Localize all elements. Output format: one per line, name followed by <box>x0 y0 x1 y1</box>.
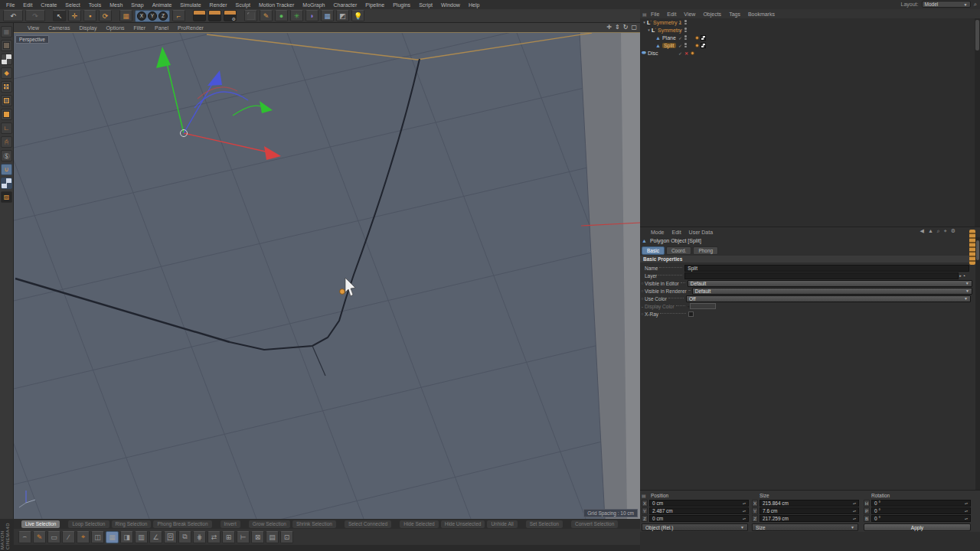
size-z-input[interactable]: 217.259 cm▴▾ <box>760 515 859 522</box>
om-menu-view[interactable]: View <box>684 11 695 17</box>
render-picture-viewer-icon[interactable] <box>208 10 221 21</box>
arch-tool-icon[interactable]: ⌢ <box>18 531 31 543</box>
spline-pen-icon[interactable]: ✎ <box>260 10 273 21</box>
om-menu-bookmarks[interactable]: Bookmarks <box>748 11 775 17</box>
live-selection-button[interactable]: Live Selection <box>21 520 60 528</box>
search-icon[interactable]: ⌕ <box>974 2 977 8</box>
bridge-tool-icon[interactable]: ⌖ <box>77 531 90 543</box>
pos-x-input[interactable]: 0 cm▴▾ <box>649 500 749 507</box>
history-back-icon[interactable]: ◀ <box>920 228 924 234</box>
vp-menu-filter[interactable]: Filter <box>134 25 146 31</box>
name-input[interactable]: Split <box>684 265 969 272</box>
snap-vertical-tab[interactable] <box>969 230 975 265</box>
undo-icon[interactable]: ↶ <box>3 10 23 21</box>
knife-tool-icon[interactable]: ∕ <box>62 531 75 543</box>
expand-caret-icon[interactable]: ▾ <box>646 28 652 32</box>
menu-script[interactable]: Script <box>419 2 433 8</box>
render-settings-icon[interactable]: ⚙ <box>224 10 237 21</box>
vp-menu-panel[interactable]: Panel <box>155 25 168 31</box>
set-selection-button[interactable]: Set Selection <box>526 520 563 528</box>
menu-select[interactable]: Select <box>65 2 80 8</box>
menu-motion-tracker[interactable]: Motion Tracker <box>259 2 294 8</box>
points-mode-icon[interactable] <box>1 81 12 93</box>
layer-browser-icon[interactable]: ◔ <box>962 273 965 279</box>
menu-animate[interactable]: Animate <box>152 2 172 8</box>
x-axis-lock-toggle[interactable]: X <box>137 11 146 21</box>
polygons-mode-icon[interactable] <box>1 109 12 120</box>
coord-mode-dropdown[interactable]: Object (Rel.)▼ <box>642 523 748 531</box>
menu-pipeline[interactable]: Pipeline <box>365 2 384 8</box>
expand-caret-icon[interactable]: ▾ <box>642 20 647 24</box>
locked-workplane-icon[interactable] <box>1 178 12 189</box>
vp-menu-view[interactable]: View <box>28 25 39 31</box>
extrude-tool-icon[interactable]: ◫ <box>91 531 104 543</box>
make-editable-icon[interactable]: ▦ <box>1 26 12 37</box>
rot-h-input[interactable]: 0 °▴▾ <box>871 500 971 507</box>
pin-icon[interactable]: ▲ <box>928 228 933 234</box>
layer-input[interactable] <box>684 272 959 279</box>
menu-simulate[interactable]: Simulate <box>180 2 201 8</box>
viewport-maximize-icon[interactable]: ▢ <box>631 24 637 31</box>
object-row-plane[interactable]: ▲ Plane ✓ <box>640 34 974 41</box>
vp-menu-options[interactable]: Options <box>106 25 124 31</box>
live-selection-icon[interactable]: ↖ <box>53 10 66 21</box>
layout-dropdown[interactable]: Model▼ <box>922 1 971 8</box>
om-menu-objects[interactable]: Objects <box>703 11 721 17</box>
optimize-tool-icon[interactable]: ⊡ <box>280 531 293 543</box>
tab-coord[interactable]: Coord. <box>666 246 692 255</box>
vp-menu-cameras[interactable]: Cameras <box>48 25 70 31</box>
rotate-tool-icon[interactable]: ⟳ <box>99 10 112 21</box>
pos-z-input[interactable]: 0 cm▴▾ <box>649 515 749 522</box>
object-row-symmetry[interactable]: ▾ L◦ Symmetry ✓ <box>640 26 974 34</box>
menu-plugins[interactable]: Plugins <box>393 2 410 8</box>
size-x-input[interactable]: 215.864 cm▴▾ <box>760 500 859 507</box>
menu-file[interactable]: File <box>6 2 15 8</box>
invert-button[interactable]: Invert <box>220 520 240 528</box>
loop-selection-button[interactable]: Loop Selection <box>68 520 109 528</box>
move-tool-icon[interactable]: ✛ <box>68 10 81 21</box>
viewport-zoom-icon[interactable]: ⇕ <box>615 24 620 31</box>
camera-label[interactable]: Perspective <box>15 35 49 44</box>
rot-b-input[interactable]: 0 °▴▾ <box>871 515 971 522</box>
matrix-extrude-tool-icon[interactable]: ⧉ <box>178 531 191 543</box>
om-menu-file[interactable]: File <box>651 11 659 17</box>
attribute-scrollbar[interactable] <box>975 237 980 490</box>
snap-s-icon[interactable]: Ⓢ <box>1 150 12 161</box>
inner-extrude-tool-icon[interactable]: 回 <box>164 531 177 543</box>
use-color-dropdown[interactable]: Off▼ <box>686 295 971 302</box>
texture-mode-icon[interactable] <box>1 54 12 65</box>
shrink-selection-button[interactable]: Shrink Selection <box>292 520 336 528</box>
am-menu-userdata[interactable]: User Data <box>689 230 714 235</box>
convert-selection-button[interactable]: Convert Selection <box>571 520 618 528</box>
coordinate-system-icon[interactable]: ⌐ <box>172 10 185 21</box>
disabled-x-icon[interactable]: ✕ <box>684 51 688 56</box>
viewport-rotate-icon[interactable]: ↻ <box>623 24 629 31</box>
dark-texture-icon[interactable]: ▨ <box>1 191 12 203</box>
lock-icon[interactable]: ⌖ <box>944 228 947 234</box>
enable-axis-icon[interactable]: ∟ <box>1 122 12 134</box>
size-mode-dropdown[interactable]: Size▼ <box>752 523 858 531</box>
clone-tool-icon[interactable]: ▭ <box>47 531 60 543</box>
smooth-shift-tool-icon[interactable]: ⋕ <box>193 531 206 543</box>
menu-create[interactable]: Create <box>41 2 57 8</box>
scale-tool-icon[interactable]: ▪ <box>83 10 96 21</box>
menu-window[interactable]: Window <box>441 2 460 8</box>
object-row-symmetry1[interactable]: ▾ L◦ Symmetry 1 ✓ <box>640 18 974 26</box>
selection-tag-icon[interactable] <box>695 44 699 47</box>
search-icon[interactable]: ⌕ <box>937 228 940 234</box>
viewport-pan-icon[interactable]: ✛ <box>606 24 612 31</box>
am-menu-edit[interactable]: Edit <box>672 230 681 235</box>
y-axis-lock-toggle[interactable]: Y <box>148 11 157 21</box>
vp-menu-display[interactable]: Display <box>79 25 96 31</box>
menu-sculpt[interactable]: Sculpt <box>236 2 250 8</box>
selection-tag-icon[interactable] <box>695 36 699 40</box>
melt-tool-icon[interactable]: ▤ <box>266 531 279 543</box>
menu-character[interactable]: Character <box>334 2 358 8</box>
menu-mesh[interactable]: Mesh <box>109 2 122 8</box>
menu-mograph[interactable]: MoGraph <box>302 2 325 8</box>
visible-editor-dropdown[interactable]: Default▼ <box>688 280 972 287</box>
gear-icon[interactable]: ⚙ <box>951 228 956 234</box>
vp-menu-prorender[interactable]: ProRender <box>178 25 204 31</box>
tab-phong[interactable]: Phong <box>693 246 718 255</box>
edges-mode-icon[interactable] <box>1 95 12 106</box>
